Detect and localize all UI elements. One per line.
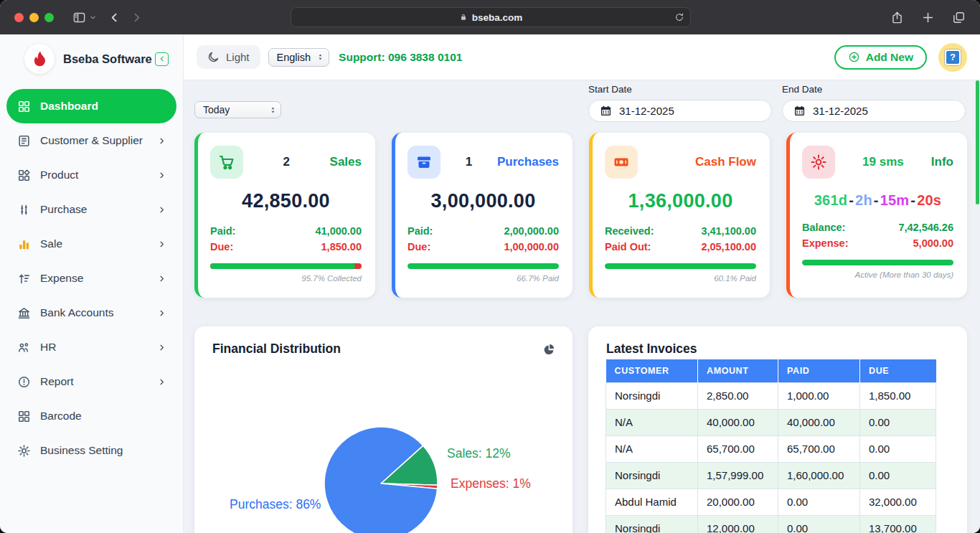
sidebar-item-label: Dashboard [40, 100, 98, 113]
sidebar-item-report[interactable]: Report [0, 364, 183, 399]
breakdown-value: 3,41,100.00 [701, 223, 756, 239]
sidebar-item-business-setting[interactable]: Business Setting [0, 433, 183, 468]
sidebar-item-customer-supplier[interactable]: Customer & Supplier [0, 123, 183, 158]
sidebar-item-purchase[interactable]: Purchase [0, 192, 183, 227]
sidebar-item-label: Sale [40, 237, 62, 250]
add-new-button[interactable]: Add New [834, 45, 927, 70]
brand-logo [24, 44, 55, 74]
sidebar-item-label: Customer & Supplier [40, 134, 143, 147]
table-cell: Norsingdi [606, 382, 698, 409]
tab-overview-icon[interactable] [952, 11, 966, 24]
sidebar-item-barcode[interactable]: Barcode [0, 399, 183, 433]
cash-flow-card: Cash Flow1,36,000.00Received:3,41,100.00… [589, 133, 770, 298]
progress-bar-fill [210, 263, 355, 269]
sidebar-item-bank-accounts[interactable]: Bank Accounts [0, 296, 183, 330]
close-window-button[interactable] [14, 13, 24, 22]
table-cell: 1,60,000.00 [778, 462, 860, 489]
countdown-segment: 20s [917, 192, 941, 208]
progress-bar-fill [407, 263, 559, 269]
table-cell: 65,700.00 [778, 435, 860, 462]
reload-icon[interactable] [674, 12, 684, 22]
address-bar[interactable]: bseba.com [291, 7, 691, 27]
share-icon[interactable] [890, 11, 904, 24]
cash-icon-badge [605, 146, 638, 179]
start-date-value: 31-12-2025 [619, 105, 674, 117]
breakdown-label: Expense: [802, 235, 848, 251]
card-header: 1Purchases [407, 146, 559, 179]
license-countdown: 361d-2h-15m-20s [802, 192, 953, 209]
chevron-down-icon[interactable] [89, 14, 97, 22]
end-date-input[interactable]: 31-12-2025 [782, 100, 966, 122]
language-select[interactable]: English [268, 48, 330, 67]
card-title: Sales [330, 155, 362, 169]
progress-bar-fill [802, 260, 953, 265]
table-cell: 20,000.00 [698, 489, 778, 515]
sidebar-item-label: Product [40, 169, 78, 181]
new-tab-icon[interactable] [921, 11, 935, 24]
breakdown-row: Paid Out:2,05,100.00 [605, 239, 756, 255]
plus-circle-icon [848, 51, 860, 63]
table-cell: Abdul Hamid [606, 489, 698, 515]
breakdown-label: Due: [210, 239, 233, 255]
traffic-lights [14, 13, 54, 22]
theme-toggle-button[interactable]: Light [197, 45, 260, 69]
card-title: Info [931, 155, 953, 169]
gear-icon [17, 444, 31, 458]
end-date-group: End Date 31-12-2025 [782, 84, 966, 122]
sidebar-item-product[interactable]: Product [0, 158, 183, 192]
end-date-label: End Date [782, 84, 966, 95]
sidebar-item-label: Bank Accounts [40, 306, 114, 319]
flame-logo-icon [31, 50, 48, 67]
cart-icon [218, 154, 235, 171]
progress-bar [407, 263, 559, 269]
purchase-sliders-icon [17, 203, 31, 217]
barcode-grid-icon [17, 410, 31, 423]
table-cell: 0.00 [778, 515, 860, 533]
table-cell: Norsingdi [606, 462, 698, 489]
sidebar-item-expense[interactable]: Expense [0, 261, 183, 296]
page-scrollbar-thumb[interactable] [976, 80, 979, 204]
countdown-segment: - [849, 192, 854, 208]
table-cell: 1,000.00 [778, 382, 860, 409]
people-icon [17, 341, 31, 354]
pie-chart-icon[interactable] [542, 343, 555, 356]
sidebar-collapse-button[interactable] [155, 52, 169, 66]
table-cell: 65,700.00 [698, 435, 778, 462]
question-icon: ? [945, 49, 961, 65]
period-select[interactable]: Today [194, 101, 281, 118]
invoices-table-header: CUSTOMERAMOUNTPAIDDUE [606, 359, 936, 382]
back-button[interactable] [108, 11, 121, 24]
start-date-input[interactable]: 31-12-2025 [588, 100, 772, 122]
breakdown-row: Due:1,00,000.00 [407, 239, 559, 255]
sidebar-item-dashboard[interactable]: Dashboard [6, 89, 176, 123]
invoices-table: CUSTOMERAMOUNTPAIDDUE Norsingdi2,850.001… [606, 359, 936, 533]
bank-icon [17, 306, 31, 320]
table-cell: 40,000.00 [778, 409, 860, 435]
card-breakdown: Balance:7,42,546.26Expense:5,000.00 [802, 220, 953, 251]
card-title: Cash Flow [695, 155, 756, 169]
card-title: Purchases [497, 155, 559, 169]
table-cell: 0.00 [860, 462, 936, 489]
countdown-segment: 2h [855, 192, 872, 208]
sidebar-item-hr[interactable]: HR [0, 330, 183, 364]
gear-icon-badge [802, 146, 835, 179]
brand-name: Bseba Software [63, 52, 152, 66]
info-card: 19 smsInfo361d-2h-15m-20sBalance:7,42,54… [786, 133, 967, 298]
chevron-right-icon [158, 240, 166, 248]
minimize-window-button[interactable] [29, 13, 39, 22]
sidebar-item-label: Purchase [40, 203, 87, 216]
forward-button[interactable] [131, 11, 143, 24]
progress-caption: 66.7% Paid [407, 274, 559, 283]
help-button[interactable]: ? [938, 43, 967, 72]
sidebar-item-label: Expense [40, 272, 83, 285]
table-cell: 1,57,999.00 [698, 462, 778, 489]
breakdown-label: Balance: [802, 220, 845, 235]
sidebar-toggle-icon[interactable] [72, 11, 86, 24]
sidebar-item-sale[interactable]: Sale [0, 227, 183, 261]
chrome-actions [890, 0, 966, 34]
progress-bar [802, 260, 953, 265]
package-icon-badge [407, 146, 440, 179]
sidebar-item-label: Report [40, 375, 74, 388]
zoom-window-button[interactable] [44, 13, 54, 22]
chevron-left-icon [159, 55, 166, 62]
